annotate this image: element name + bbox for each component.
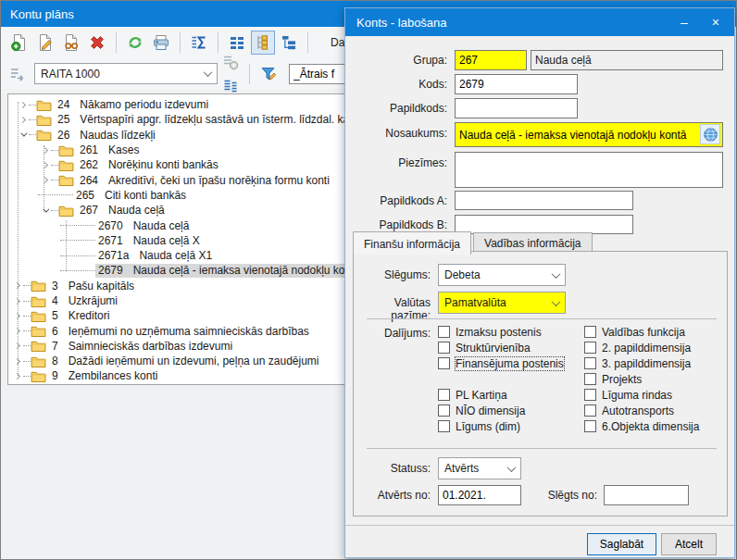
new-document-button[interactable]: [7, 31, 31, 55]
checkbox-label: Finansējuma postenis: [456, 357, 564, 370]
checkbox[interactable]: [584, 357, 596, 369]
delete-button[interactable]: [85, 31, 109, 55]
kods-input[interactable]: [455, 74, 578, 94]
papildkods-input[interactable]: [455, 98, 578, 118]
tree-connector: [51, 150, 58, 151]
add-list-button[interactable]: [219, 50, 243, 74]
checkbox-label: Valdības funkcija: [602, 326, 685, 339]
expand-chevron-icon[interactable]: [10, 283, 23, 288]
checkbox[interactable]: [584, 373, 596, 385]
checkbox[interactable]: [584, 420, 596, 432]
tree-connector: [23, 345, 31, 346]
plan-selector-combobox[interactable]: RAITA 1000: [34, 63, 218, 84]
filter-icon: [259, 65, 278, 83]
nosaukums-input[interactable]: [455, 122, 723, 147]
expand-chevron-icon[interactable]: [10, 343, 23, 348]
tree-connector: [29, 134, 36, 135]
account-code: 8: [52, 355, 58, 367]
dalijums-checkbox-item: Izmaksu postenis: [438, 324, 564, 340]
checkbox[interactable]: [584, 389, 596, 401]
checkbox-label: Līguma rindas: [602, 389, 672, 402]
account-name: Dažādi ieņēmumi un izdevumi, peļņa un za…: [69, 355, 319, 367]
slegums-select[interactable]: Debeta: [438, 264, 566, 286]
checkbox-spacer: [438, 371, 564, 387]
slegums-label: Slēgums:: [356, 268, 431, 281]
checkbox[interactable]: [438, 326, 450, 338]
account-code: 4: [52, 294, 58, 307]
tree-connector-line: [18, 102, 19, 376]
checkbox[interactable]: [584, 342, 596, 354]
close-icon[interactable]: ×: [712, 16, 719, 29]
divider: [367, 448, 717, 449]
checkbox-label: Līgums (dim): [456, 420, 520, 433]
folder-icon: [58, 174, 74, 186]
expand-chevron-icon[interactable]: [10, 299, 23, 304]
papildkods-label: Papildkods:: [351, 102, 447, 115]
checkbox[interactable]: [438, 357, 450, 369]
valutas-pazime-select[interactable]: Pamatvalūta: [438, 292, 566, 314]
checkbox[interactable]: [438, 420, 450, 432]
expand-chevron-icon[interactable]: [38, 208, 51, 213]
expand-chevron-icon[interactable]: [10, 359, 23, 364]
papildkods-a-input[interactable]: [455, 191, 633, 210]
statuss-select[interactable]: Atvērts: [438, 457, 521, 479]
checkbox-label: Izmaksu postenis: [456, 326, 542, 339]
account-code: 2671a: [98, 249, 129, 262]
globe-icon[interactable]: [700, 124, 720, 144]
chevron-down-icon: [507, 463, 517, 472]
filter-icon[interactable]: [256, 62, 281, 86]
account-name: Nauda ceļā X: [133, 234, 200, 247]
checkbox[interactable]: [438, 342, 450, 354]
refresh-button[interactable]: [123, 31, 147, 55]
atverts-no-input[interactable]: [438, 485, 521, 505]
save-button[interactable]: Saglabāt: [587, 533, 656, 555]
account-name: Citi konti bankās: [105, 189, 186, 202]
account-name: Saimnieciskās darbības izdevumi: [69, 340, 232, 353]
checkbox-label: 3. papilddimensija: [602, 357, 691, 370]
cancel-button[interactable]: Atcelt: [661, 533, 717, 555]
account-code: 26: [57, 129, 69, 142]
expand-chevron-icon[interactable]: [10, 329, 23, 333]
tree-view-button[interactable]: [251, 31, 275, 55]
minimize-icon[interactable]: –: [681, 16, 688, 29]
expand-chevron-icon[interactable]: [38, 178, 51, 182]
account-code: 265: [76, 189, 94, 202]
hierarchy-button[interactable]: [277, 31, 301, 55]
checkbox[interactable]: [438, 404, 450, 417]
account-name: Nauda ceļā - iemaksa vienotajā nodokļu k…: [133, 264, 360, 277]
expand-chevron-icon[interactable]: [38, 163, 51, 168]
folder-icon: [36, 129, 52, 141]
expand-chevron-icon[interactable]: [38, 148, 51, 153]
piezimes-textarea[interactable]: [455, 152, 723, 188]
toolbar-separator: [180, 32, 181, 53]
print-button[interactable]: [149, 31, 173, 55]
folder-icon: [31, 370, 46, 382]
checkbox-label: PL Kartiņa: [456, 389, 507, 402]
checkbox[interactable]: [584, 326, 596, 338]
view-button[interactable]: [59, 31, 83, 55]
edit-button[interactable]: [33, 31, 57, 55]
send-to-icon: [8, 65, 27, 83]
dialog-titlebar[interactable]: Konts - labošana – ×: [345, 8, 734, 36]
edit-icon: [36, 33, 55, 52]
folder-icon: [31, 295, 46, 307]
account-name: Norēķinu konti bankās: [108, 158, 219, 171]
folder-icon: [58, 205, 74, 217]
slegts-no-label: Slēgts no:: [518, 489, 597, 502]
refresh-icon: [126, 33, 144, 52]
checkbox-label: Projekts: [602, 373, 642, 386]
dialog-title: Konts - labošana: [356, 16, 447, 30]
send-to-icon[interactable]: [6, 62, 30, 86]
account-code: 2670: [98, 219, 123, 232]
tab-finansu-informacija[interactable]: Finanšu informācija: [353, 231, 471, 255]
checkbox[interactable]: [584, 404, 596, 417]
toolbar-separator: [307, 32, 308, 53]
slegts-no-input[interactable]: [604, 485, 689, 505]
expand-chevron-icon[interactable]: [10, 314, 23, 318]
expand-chevron-icon[interactable]: [10, 374, 23, 379]
checkbox[interactable]: [438, 389, 450, 401]
tree-connector: [23, 285, 31, 286]
grupa-code-input[interactable]: [455, 50, 527, 70]
sum-button[interactable]: [187, 31, 211, 55]
tree-connector: [51, 165, 58, 166]
